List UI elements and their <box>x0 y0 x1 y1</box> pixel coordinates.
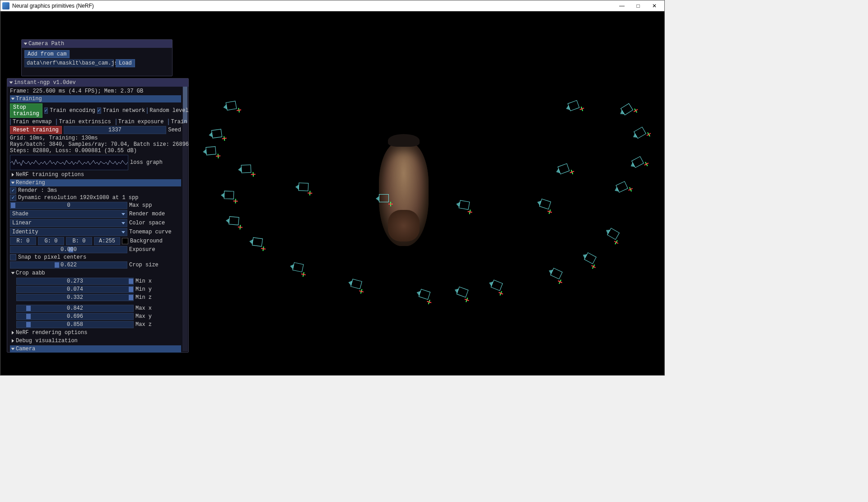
bg-a-input[interactable]: A:255 <box>94 237 120 245</box>
nerf-training-options-header[interactable]: NeRF training options <box>10 171 181 178</box>
dynamic-resolution-label: Dynamic resolution 1920x1080 at 1 spp <box>18 195 138 201</box>
background-label: Background <box>130 238 163 244</box>
render-mode-label: Render mode <box>129 211 165 217</box>
collapse-icon <box>24 43 28 45</box>
train-distortion-label: Train distortic <box>171 119 188 125</box>
minimize-button[interactable]: — <box>614 0 630 11</box>
camera-frustum <box>211 129 222 139</box>
train-network-label: Train network <box>103 107 145 114</box>
viewport-3d[interactable]: Camera Path Add from cam data\nerf\maskl… <box>0 11 664 375</box>
nerf-rendering-options-header[interactable]: NeRF rendering options <box>10 329 181 336</box>
camera-frustum <box>350 279 362 289</box>
maxz-slider[interactable]: 0.858 <box>16 321 134 328</box>
window-title: Neural graphics primitives (NeRF) <box>12 3 614 9</box>
minz-slider[interactable]: 0.332 <box>16 294 134 301</box>
chevron-icon <box>12 339 14 343</box>
chevron-icon <box>11 272 15 274</box>
reset-training-button[interactable]: Reset training <box>10 126 62 134</box>
train-envmap-checkbox[interactable] <box>10 119 11 125</box>
maxy-slider[interactable]: 0.696 <box>16 313 134 320</box>
bg-g-input[interactable]: G: 0 <box>38 237 64 245</box>
snap-pixel-centers-label: Snap to pixel centers <box>18 254 86 260</box>
bg-b-input[interactable]: B: 0 <box>66 237 92 245</box>
camera-header[interactable]: Camera <box>10 345 181 353</box>
camera-frustum <box>224 191 234 200</box>
color-space-label: Color space <box>129 220 165 226</box>
debug-visualization-header[interactable]: Debug visualization <box>10 337 181 344</box>
bg-r-input[interactable]: R: 0 <box>10 237 36 245</box>
train-extrinsics-checkbox[interactable] <box>56 119 57 125</box>
chevron-icon <box>11 182 15 184</box>
camera-frustum <box>457 287 469 297</box>
train-distortion-checkbox[interactable] <box>168 119 169 125</box>
train-exposure-label: Train exposure <box>118 119 164 125</box>
tonemap-label: Tonemap curve <box>129 229 172 235</box>
camera-frustum <box>568 100 580 111</box>
exposure-slider[interactable]: 0.000 <box>10 246 127 253</box>
app-icon <box>2 2 9 9</box>
max-spp-label: Max spp <box>129 202 152 209</box>
train-encoding-label: Train encoding <box>50 107 95 114</box>
camera-frustum <box>490 280 503 291</box>
camera-frustum <box>584 252 597 264</box>
maximize-button[interactable]: □ <box>630 0 646 11</box>
camera-frustum <box>621 103 633 116</box>
training-header[interactable]: Training <box>10 95 181 102</box>
render-checkbox[interactable] <box>10 187 16 194</box>
camera-frustum <box>226 101 237 111</box>
train-network-checkbox[interactable] <box>97 107 101 114</box>
camera-frustum <box>634 127 646 139</box>
training-stats-1: Grid: 10ms, Training: 130ms <box>10 135 181 141</box>
random-levels-checkbox[interactable] <box>147 107 148 114</box>
seed-input[interactable]: 1337 <box>64 126 166 134</box>
add-from-cam-button[interactable]: Add from cam <box>24 50 70 58</box>
chevron-icon <box>11 348 15 350</box>
crop-aabb-header[interactable]: Crop aabb <box>10 270 181 277</box>
tonemap-combo[interactable]: Identity <box>10 228 127 236</box>
camera-path-title[interactable]: Camera Path <box>22 40 172 48</box>
camera-frustum <box>459 200 470 210</box>
camera-frustum <box>631 156 644 168</box>
train-envmap-label: Train envmap <box>13 119 51 125</box>
dynamic-resolution-checkbox[interactable] <box>10 195 16 201</box>
crop-size-slider[interactable]: 0.622 <box>10 261 127 269</box>
chevron-icon <box>12 331 14 335</box>
camera-frustum <box>419 289 430 300</box>
maxx-slider[interactable]: 0.842 <box>16 305 134 312</box>
instant-ngp-title[interactable]: instant-ngp v1.0dev <box>7 79 188 87</box>
chevron-down-icon <box>121 222 125 224</box>
camera-frustum <box>292 262 303 272</box>
max-spp-slider[interactable]: 0 <box>10 202 127 209</box>
training-stats-3: Steps: 82880, Loss: 0.000881 (30.55 dB) <box>10 148 181 154</box>
train-exposure-checkbox[interactable] <box>116 119 117 125</box>
panel-title-text: Camera Path <box>28 41 64 47</box>
snap-pixel-centers-checkbox[interactable] <box>10 254 16 260</box>
loss-graph-label: loss graph <box>130 159 163 166</box>
render-label: Render : 3ms <box>18 187 57 194</box>
minx-slider[interactable]: 0.273 <box>16 278 134 285</box>
close-button[interactable]: ✕ <box>646 0 663 11</box>
rendering-header[interactable]: Rendering <box>10 179 181 186</box>
chevron-down-icon <box>121 231 125 233</box>
load-button[interactable]: Load <box>116 59 135 67</box>
camera-path-input[interactable]: data\nerf\masklt\base_cam.json <box>24 59 114 67</box>
camera-path-panel[interactable]: Camera Path Add from cam data\nerf\maskl… <box>21 39 173 76</box>
stop-training-button[interactable]: Stop training <box>10 103 42 118</box>
camera-frustum <box>607 228 620 240</box>
color-space-combo[interactable]: Linear <box>10 219 127 227</box>
loss-graph <box>10 155 128 170</box>
camera-frustum <box>379 194 389 202</box>
instant-ngp-panel[interactable]: instant-ngp v1.0dev Frame: 225.600 ms (4… <box>7 78 189 353</box>
miny-slider[interactable]: 0.074 <box>16 286 134 293</box>
render-mode-combo[interactable]: Shade <box>10 210 127 218</box>
train-encoding-checkbox[interactable] <box>44 107 48 114</box>
random-levels-label: Random levels <box>149 107 188 114</box>
camera-frustum <box>539 199 551 209</box>
seed-label: Seed <box>168 127 181 133</box>
chevron-down-icon <box>121 213 125 215</box>
camera-frustum <box>252 237 263 247</box>
frame-stats: Frame: 225.600 ms (4.4 FPS); Mem: 2.37 G… <box>10 88 181 94</box>
background-color-swatch[interactable] <box>122 238 128 244</box>
camera-frustum <box>550 268 563 279</box>
train-extrinsics-label: Train extrinsics <box>59 119 111 125</box>
